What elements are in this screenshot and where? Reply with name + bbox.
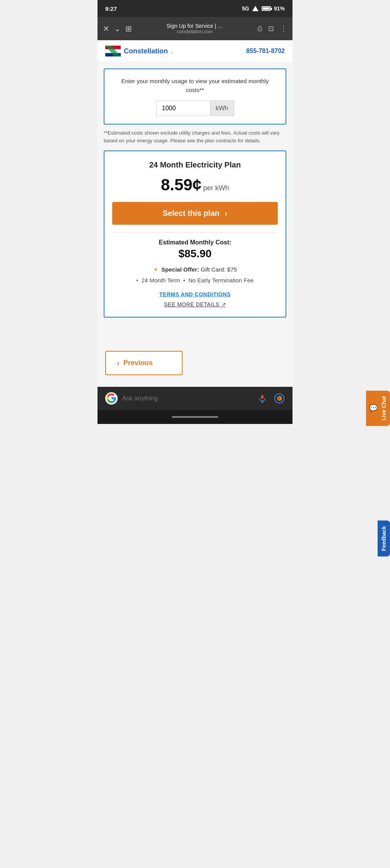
special-offer: ✦ Special Offer: Gift Card: $75 <box>112 266 278 273</box>
page-content: Constellation . 855-781-8702 Enter your … <box>98 40 292 387</box>
google-lens-icon[interactable] <box>274 393 285 404</box>
plan-title: 24 Month Electricity Plan <box>112 161 278 169</box>
bookmark-icon[interactable]: ⊡ <box>268 24 274 33</box>
logo-area: Constellation . <box>105 46 173 56</box>
usage-input-box: Enter your monthly usage to view your es… <box>104 68 286 125</box>
select-plan-label: Select this plan <box>163 209 220 217</box>
logo-text: Constellation <box>124 47 168 55</box>
network-indicator: 5G <box>242 5 249 12</box>
usage-input-row: kWh <box>112 101 278 116</box>
svg-rect-6 <box>261 395 263 399</box>
close-icon[interactable]: ✕ <box>103 24 109 33</box>
home-indicator <box>172 416 218 418</box>
details-link-text: SEE MORE DETAILS <box>164 301 219 308</box>
nav-area: ‹ Previous <box>98 343 292 387</box>
select-plan-button[interactable]: Select this plan › <box>112 202 278 225</box>
nav-bottom <box>98 410 292 424</box>
plan-card: 24 Month Electricity Plan 8.59¢ per kWh … <box>104 150 286 318</box>
tab-switcher-icon[interactable]: ⊞ <box>125 24 132 33</box>
see-more-details-link[interactable]: SEE MORE DETAILS ↗ <box>164 301 226 308</box>
status-bar: 9:27 5G 91% <box>98 0 292 17</box>
page-url: constellation.com <box>177 29 213 34</box>
url-bar[interactable]: Sign Up for Service | … constellation.co… <box>137 23 253 34</box>
plan-links: TERMS AND CONDITIONS SEE MORE DETAILS ↗ <box>112 291 278 308</box>
signal-icon <box>252 6 258 11</box>
kwh-input[interactable] <box>156 101 210 116</box>
plan-spacer <box>98 324 292 343</box>
plan-rate-unit: per kWh <box>203 184 229 192</box>
previous-button[interactable]: ‹ Previous <box>105 351 183 375</box>
bottom-icons <box>257 393 285 404</box>
phone-number[interactable]: 855-781-8702 <box>246 48 285 55</box>
feature-term: 24 Month Term <box>142 277 180 284</box>
svg-marker-0 <box>252 6 258 11</box>
share-icon[interactable]: ⎙ <box>258 25 262 33</box>
kwh-unit-label: kWh <box>210 101 234 116</box>
plan-rate-value: 8.59¢ <box>161 176 202 194</box>
plan-rate: 8.59¢ per kWh <box>112 176 278 194</box>
previous-label: Previous <box>123 359 153 367</box>
usage-prompt: Enter your monthly usage to view your es… <box>112 77 278 94</box>
feature-no-fee: No Early Termination Fee <box>188 277 254 284</box>
chevron-left-icon: ‹ <box>117 359 120 367</box>
status-right: 5G 91% <box>242 5 285 12</box>
star-icon: ✦ <box>153 266 158 273</box>
google-search-input[interactable] <box>122 395 252 402</box>
special-offer-label: Special Offer: <box>161 266 199 273</box>
terms-conditions-link[interactable]: TERMS AND CONDITIONS <box>159 291 231 297</box>
site-header: Constellation . 855-781-8702 <box>98 40 292 62</box>
time-display: 9:27 <box>105 5 117 12</box>
browser-actions: ⎙ ⊡ ⋮ <box>258 24 287 33</box>
disclaimer-text: **Estimated costs shown exclude utility … <box>98 125 292 149</box>
microphone-icon[interactable] <box>257 393 268 404</box>
features-row: • 24 Month Term • No Early Termination F… <box>112 277 278 284</box>
external-link-icon: ↗ <box>221 301 226 308</box>
battery-icon <box>262 6 271 11</box>
estimated-cost-label: Estimated Monthly Cost: <box>112 239 278 246</box>
google-logo-icon <box>105 392 118 405</box>
chevron-down-icon[interactable]: ⌄ <box>114 24 121 33</box>
arrow-right-icon: › <box>225 209 228 217</box>
browser-chrome: ✕ ⌄ ⊞ Sign Up for Service | … constellat… <box>98 17 292 40</box>
menu-icon[interactable]: ⋮ <box>280 24 287 33</box>
special-offer-value: Gift Card: $75 <box>201 266 237 273</box>
logo-dot: . <box>171 48 173 55</box>
page-title: Sign Up for Service | … <box>166 23 223 29</box>
plan-divider <box>112 232 278 233</box>
estimated-cost-value: $85.90 <box>112 248 278 260</box>
logo-flag-icon <box>105 46 121 56</box>
bottom-search-bar <box>98 387 292 410</box>
battery-percent: 91% <box>274 5 285 12</box>
